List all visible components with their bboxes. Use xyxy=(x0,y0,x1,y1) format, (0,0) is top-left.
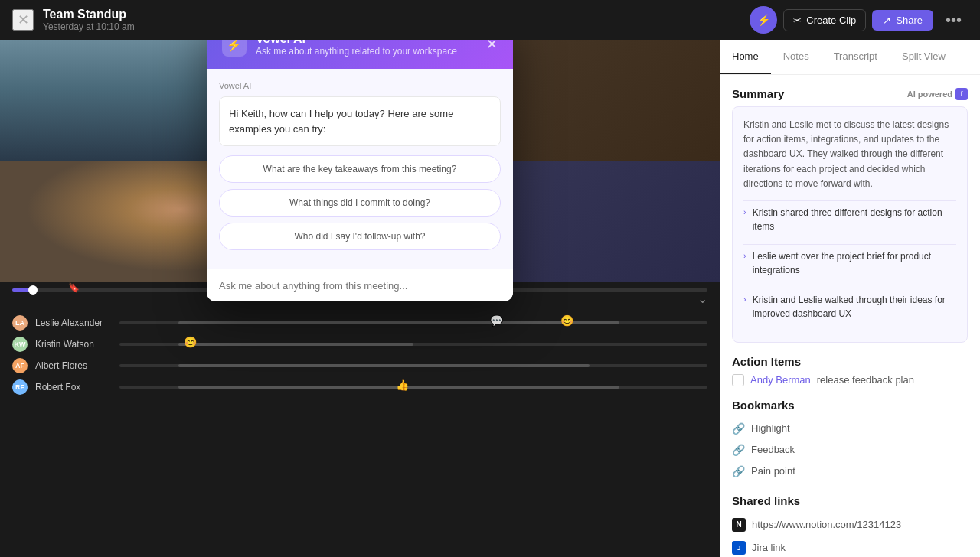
bookmark-item-highlight[interactable]: 🔗 Highlight xyxy=(732,418,968,439)
track-emoji-kristin: 😊 xyxy=(184,336,197,348)
vowel-ai-modal: ⚡ Vowel AI Ask me about anything related… xyxy=(207,40,513,301)
speaker-name-albert: Albert Flores xyxy=(35,360,112,371)
create-clip-label: Create Clip xyxy=(806,15,856,26)
avatar-leslie: LA xyxy=(12,315,28,331)
summary-chevron-3: › xyxy=(743,295,746,304)
link-item-notion[interactable]: N https://www.notion.com/12314123 xyxy=(732,513,968,536)
share-icon: ↗ xyxy=(883,15,891,26)
speaker-track-leslie: 💬 😊 xyxy=(119,318,707,327)
bookmark-icon-pain-point: 🔗 xyxy=(732,465,745,477)
speaker-name-leslie: Leslie Alexander xyxy=(35,318,112,328)
summary-item-text-1: Kristin shared three different designs f… xyxy=(753,206,956,233)
speaker-track-albert xyxy=(119,361,707,370)
avatar-kristin: KW xyxy=(12,337,28,352)
speaker-track-robert: 👍 xyxy=(119,383,707,392)
ai-badge: AI powered f xyxy=(907,88,968,100)
bookmark-icon-highlight: 🔗 xyxy=(732,422,745,435)
bookmark-label-highlight: Highlight xyxy=(751,422,790,434)
modal-title-group: Vowel AI Ask me about anything related t… xyxy=(256,40,486,57)
tab-notes[interactable]: Notes xyxy=(771,40,822,74)
track-emoji-leslie-smile: 😊 xyxy=(560,314,573,327)
track-segment-kristin xyxy=(178,343,413,346)
modal-suggestion-3[interactable]: Who did I say I'd follow-up with? xyxy=(219,223,501,250)
bookmark-item-feedback[interactable]: 🔗 Feedback xyxy=(732,439,968,461)
video-area: ⚡ Vowel AI Ask me about anything related… xyxy=(0,40,720,557)
meeting-time: Yesterday at 10:10 am xyxy=(43,21,750,32)
speaker-tracks: LA Leslie Alexander 💬 😊 KW Kristin Watso… xyxy=(0,309,720,558)
modal-chat-input[interactable] xyxy=(219,280,501,292)
main-layout: ⚡ Vowel AI Ask me about anything related… xyxy=(0,40,980,557)
speaker-track-kristin: 😊 xyxy=(119,340,707,349)
bookmark-item-pain-point[interactable]: 🔗 Pain point xyxy=(732,461,968,482)
notion-icon: N xyxy=(732,518,746,532)
topbar-actions: ⚡ ✂ Create Clip ↗ Share ••• xyxy=(750,6,968,34)
flash-button[interactable]: ⚡ xyxy=(750,6,777,34)
speaker-row-robert: RF Robert Fox 👍 xyxy=(0,376,720,398)
ai-badge-icon: f xyxy=(956,88,968,100)
video-grid: ⚡ Vowel AI Ask me about anything related… xyxy=(0,40,720,282)
summary-item-text-3: Kristin and Leslie walked through their … xyxy=(753,293,956,321)
modal-suggestion-2[interactable]: What things did I commit to doing? xyxy=(219,189,501,217)
avatar-robert: RF xyxy=(12,379,28,395)
speaker-name-robert: Robert Fox xyxy=(35,382,112,393)
action-item-1: Andy Berman release feedback plan xyxy=(732,374,968,386)
bookmark-label-feedback: Feedback xyxy=(751,444,795,455)
more-button[interactable]: ••• xyxy=(939,8,968,32)
shared-links-title: Shared links xyxy=(732,494,800,507)
modal-subtitle: Ask me about anything related to your wo… xyxy=(256,46,486,57)
modal-ai-label: Vowel AI xyxy=(219,81,501,90)
avatar-albert: AF xyxy=(12,358,28,373)
close-button[interactable]: ✕ xyxy=(12,9,34,31)
meeting-title: Team Standup xyxy=(43,8,750,21)
modal-title: Vowel AI xyxy=(256,40,486,46)
shared-links-section: Shared links N https://www.notion.com/12… xyxy=(732,494,968,557)
modal-header-icon: ⚡ xyxy=(222,40,247,57)
summary-item-text-2: Leslie went over the project brief for p… xyxy=(753,249,956,277)
timeline-collapse-button[interactable]: ⌄ xyxy=(697,292,707,306)
speaker-row-albert: AF Albert Flores xyxy=(0,355,720,376)
summary-title: Summary xyxy=(732,87,784,100)
create-clip-icon: ✂ xyxy=(793,15,802,26)
summary-chevron-1: › xyxy=(743,207,746,217)
timeline-bookmark-1[interactable]: 🔖 xyxy=(68,282,80,293)
bookmark-label-pain-point: Pain point xyxy=(751,465,795,477)
action-checkbox-1[interactable] xyxy=(732,374,744,386)
tab-transcript[interactable]: Transcript xyxy=(822,40,890,74)
action-text-1: release feedback plan xyxy=(817,374,914,386)
summary-item-1: › Kristin shared three different designs… xyxy=(743,200,956,238)
summary-item-3: › Kristin and Leslie walked through thei… xyxy=(743,288,956,325)
jira-icon: J xyxy=(732,541,746,555)
link-item-jira[interactable]: J Jira link xyxy=(732,536,968,557)
tab-split-view[interactable]: Split View xyxy=(890,40,958,74)
speaker-row-kristin: KW Kristin Watson 😊 xyxy=(0,334,720,355)
summary-section-header: Summary AI powered f xyxy=(732,87,968,100)
modal-suggestion-1[interactable]: What are the key takeaways from this mee… xyxy=(219,155,501,183)
create-clip-button[interactable]: ✂ Create Clip xyxy=(783,9,866,31)
tab-home[interactable]: Home xyxy=(720,40,771,74)
track-emoji-robert: 👍 xyxy=(396,379,409,391)
panel-tabs: Home Notes Transcript Split View xyxy=(720,40,980,75)
bookmarks-header: Bookmarks xyxy=(732,399,968,412)
share-button[interactable]: ↗ Share xyxy=(872,10,933,31)
speaker-row-leslie: LA Leslie Alexander 💬 😊 xyxy=(0,312,720,334)
speaker-name-kristin: Kristin Watson xyxy=(35,339,112,350)
action-items-section: Action Items Andy Berman release feedbac… xyxy=(732,355,968,386)
shared-links-header: Shared links xyxy=(732,494,968,507)
modal-input-area[interactable] xyxy=(207,269,513,301)
summary-chevron-2: › xyxy=(743,251,746,260)
track-segment-albert xyxy=(178,364,590,367)
right-panel: Home Notes Transcript Split View Summary… xyxy=(720,40,980,557)
link-text-jira: Jira link xyxy=(752,542,786,553)
summary-item-2: › Leslie went over the project brief for… xyxy=(743,244,956,282)
action-items-header: Action Items xyxy=(732,355,968,368)
modal-greeting-message: Hi Keith, how can I help you today? Here… xyxy=(219,96,501,146)
timeline-thumb[interactable] xyxy=(28,285,38,295)
summary-body-text: Kristin and Leslie met to discuss the la… xyxy=(743,118,956,191)
modal-close-button[interactable]: ✕ xyxy=(486,40,498,53)
bookmark-icon-feedback: 🔗 xyxy=(732,444,745,456)
assignee-name-1: Andy Berman xyxy=(750,374,811,386)
summary-box: Kristin and Leslie met to discuss the la… xyxy=(732,106,968,343)
panel-content: Summary AI powered f Kristin and Leslie … xyxy=(720,75,980,557)
modal-body: Vowel AI Hi Keith, how can I help you to… xyxy=(207,69,513,269)
track-emoji-leslie-chat: 💬 xyxy=(490,314,503,327)
